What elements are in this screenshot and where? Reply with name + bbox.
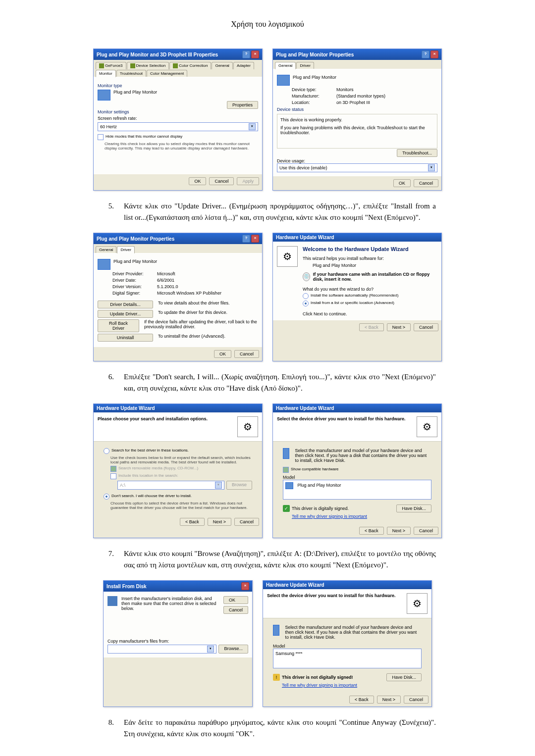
- browse-button[interactable]: Browse...: [218, 645, 248, 654]
- device-usage-select[interactable]: Use this device (enable) ▾: [277, 163, 437, 172]
- cancel-button[interactable]: Cancel: [414, 527, 438, 535]
- cancel-button[interactable]: Cancel: [209, 177, 234, 185]
- provider-value: Microsoft: [157, 271, 175, 276]
- cancel-button[interactable]: Cancel: [404, 696, 428, 704]
- checkbox-include-location[interactable]: [110, 473, 116, 479]
- radio-list-install[interactable]: [303, 301, 309, 306]
- title-text: Hardware Update Wizard: [97, 405, 155, 411]
- radio-auto-install[interactable]: [303, 293, 309, 299]
- tab-geforce3[interactable]: GeForce3: [96, 62, 126, 69]
- tab-driver[interactable]: Driver: [117, 246, 134, 253]
- dialog-hardware-update-wizard-search-options: Hardware Update Wizard Please choose you…: [93, 403, 263, 538]
- dialog-hardware-update-wizard-welcome: Hardware Update Wizard ⚙ Welcome to the …: [272, 233, 442, 361]
- signing-link[interactable]: Tell me why driver signing is important: [292, 514, 431, 519]
- rollback-driver-button[interactable]: Roll Back Driver: [98, 319, 139, 332]
- back-button[interactable]: < Back: [359, 323, 384, 331]
- ok-button[interactable]: OK: [393, 179, 411, 187]
- cancel-button[interactable]: Cancel: [414, 323, 438, 331]
- ok-button[interactable]: OK: [214, 350, 231, 358]
- date-value: 6/6/2001: [157, 278, 174, 283]
- back-button[interactable]: < Back: [349, 696, 374, 704]
- model-listbox[interactable]: Samsung ****: [273, 649, 422, 668]
- close-icon[interactable]: ×: [241, 582, 249, 590]
- tab-adapter[interactable]: Adapter: [233, 62, 254, 69]
- close-icon[interactable]: ×: [251, 50, 259, 58]
- device-name: Plug and Play Monitor: [293, 75, 336, 86]
- tab-general[interactable]: General: [275, 62, 296, 69]
- update-driver-desc: To update the driver for this device.: [158, 310, 227, 318]
- hide-modes-checkbox[interactable]: [98, 134, 104, 140]
- tab-color-management[interactable]: Color Management: [147, 70, 187, 77]
- back-button[interactable]: < Back: [180, 518, 205, 526]
- monitor-settings-label: Monitor settings: [98, 109, 258, 114]
- browse-button[interactable]: Browse: [226, 481, 252, 490]
- ok-button[interactable]: OK: [223, 596, 248, 604]
- provider-label: Driver Provider:: [112, 271, 157, 276]
- unsigned-note: This driver is not digitally signed!: [282, 675, 353, 680]
- tab-device-selection[interactable]: Device Selection: [127, 62, 169, 69]
- cancel-button[interactable]: Cancel: [234, 518, 259, 526]
- troubleshoot-button[interactable]: Troubleshoot...: [397, 149, 437, 157]
- device-status-text: This device is working properly.: [280, 117, 434, 122]
- floppy-icon: [107, 596, 117, 606]
- help-icon[interactable]: ?: [422, 50, 429, 58]
- signing-link[interactable]: Tell me why driver signing is important: [282, 683, 422, 688]
- step-text: Κάντε κλικ στο "Update Driver... (Ενημέρ…: [124, 201, 505, 223]
- close-icon[interactable]: ×: [430, 50, 438, 58]
- wizard-continue-text: Click Next to continue.: [303, 311, 437, 316]
- uninstall-button[interactable]: Uninstall: [98, 334, 153, 342]
- back-button[interactable]: < Back: [359, 527, 384, 535]
- wizard-icon: ⚙: [237, 416, 258, 437]
- model-item: Plug and Play Monitor: [298, 483, 341, 488]
- next-button[interactable]: Next >: [387, 527, 411, 535]
- cancel-button[interactable]: Cancel: [234, 350, 259, 358]
- chevron-down-icon: ▾: [249, 123, 256, 130]
- dialog-monitor-3dprophet-properties: Plug and Play Monitor and 3D Prophet III…: [93, 49, 263, 191]
- copy-path-select[interactable]: ▾: [107, 645, 216, 654]
- tab-troubleshoot[interactable]: Troubleshoot: [116, 70, 146, 77]
- tab-driver[interactable]: Driver: [296, 62, 314, 69]
- monitor-icon: [273, 625, 279, 636]
- monitor-name: Plug and Play Monitor: [113, 90, 157, 101]
- radio-dont-search[interactable]: [104, 494, 109, 500]
- radio-search-best[interactable]: [104, 448, 109, 454]
- have-disk-button[interactable]: Have Disk...: [396, 504, 431, 512]
- help-icon[interactable]: ?: [242, 50, 250, 58]
- close-icon[interactable]: ×: [251, 235, 259, 243]
- chevron-down-icon: ▾: [428, 164, 435, 171]
- warning-icon: !: [273, 674, 280, 681]
- instruction-text: Select the manufacturer and model of you…: [285, 625, 422, 640]
- tab-general[interactable]: General: [96, 246, 116, 253]
- next-button[interactable]: Next >: [387, 323, 411, 331]
- model-listbox[interactable]: Plug and Play Monitor: [283, 480, 431, 500]
- monitor-type-label: Monitor type: [98, 83, 258, 88]
- checkbox-removable-media[interactable]: [110, 466, 116, 472]
- title-text: Plug and Play Monitor and 3D Prophet III…: [97, 52, 218, 57]
- driver-details-button[interactable]: Driver Details...: [98, 301, 153, 308]
- chevron-down-icon: ▾: [215, 482, 222, 489]
- show-compatible-checkbox[interactable]: [283, 467, 289, 473]
- update-driver-button[interactable]: Update Driver...: [98, 310, 153, 318]
- refresh-rate-select[interactable]: 60 Hertz ▾: [98, 122, 258, 131]
- date-label: Driver Date:: [112, 278, 157, 283]
- signed-icon: ✓: [283, 505, 290, 512]
- cd-icon: 💿: [303, 272, 310, 281]
- next-button[interactable]: Next >: [377, 696, 401, 704]
- properties-button[interactable]: Properties: [227, 101, 258, 109]
- apply-button[interactable]: Apply: [237, 177, 259, 185]
- tab-monitor[interactable]: Monitor: [96, 70, 116, 77]
- have-disk-button[interactable]: Have Disk...: [386, 673, 422, 681]
- cancel-button[interactable]: Cancel: [414, 179, 438, 187]
- radio-search-best-label: Search for the best driver in these loca…: [111, 448, 189, 453]
- next-button[interactable]: Next >: [208, 518, 231, 526]
- ok-button[interactable]: OK: [189, 177, 206, 185]
- cancel-button[interactable]: Cancel: [223, 606, 248, 614]
- title-text: Install From Disk: [107, 584, 147, 589]
- model-header: Model: [273, 644, 422, 649]
- help-icon[interactable]: ?: [242, 235, 250, 243]
- wizard-header-text: Select the device driver you want to ins…: [267, 593, 402, 614]
- tab-color-correction[interactable]: Color Correction: [169, 62, 211, 69]
- tab-general[interactable]: General: [212, 62, 232, 69]
- wizard-device-name: Plug and Play Monitor: [313, 263, 437, 268]
- location-path-select[interactable]: A:\▾: [117, 481, 224, 490]
